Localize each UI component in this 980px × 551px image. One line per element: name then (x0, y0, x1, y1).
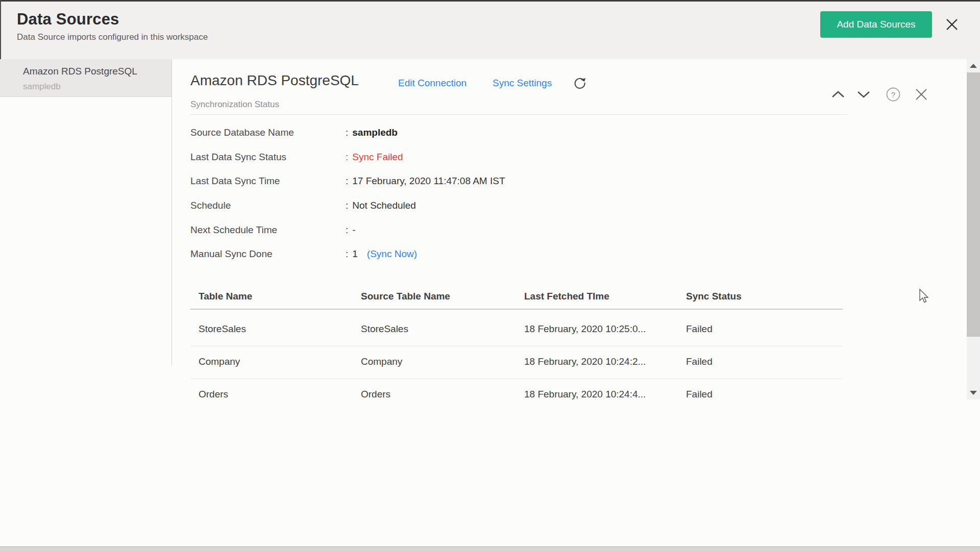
column-header-table-name: Table Name (199, 291, 252, 302)
column-header-source-table-name: Source Table Name (361, 291, 450, 302)
column-header-sync-status: Sync Status (686, 291, 742, 302)
scrollbar-track[interactable] (967, 59, 980, 399)
scrollbar-down-button[interactable] (967, 386, 980, 399)
cell-table-name: Orders (199, 389, 228, 400)
page-subtitle: Data Source imports configured in this w… (17, 32, 208, 42)
sidebar-item-title: Amazon RDS PostgreSQL (23, 66, 137, 77)
chevron-down-icon[interactable] (856, 90, 871, 101)
add-data-sources-button[interactable]: Add Data Sources (820, 11, 932, 38)
table-row: Company Company 18 February, 2020 10:24:… (190, 356, 843, 371)
field-value: - (352, 224, 355, 235)
close-icon[interactable] (944, 16, 960, 33)
field-source-database-name: Source Database Name :sampledb (190, 127, 752, 142)
field-label: Last Data Sync Status (190, 152, 286, 163)
cell-last-fetched-time: 18 February, 2020 10:24:2... (524, 356, 646, 367)
field-value: 1 (352, 248, 358, 259)
cell-source-table-name: Orders (361, 389, 390, 400)
table-row: StoreSales StoreSales 18 February, 2020 … (190, 323, 843, 339)
edit-connection-link[interactable]: Edit Connection (398, 78, 467, 89)
sidebar-item-amazon-rds-postgresql[interactable]: Amazon RDS PostgreSQL sampledb (0, 59, 172, 97)
field-label: Next Schedule Time (190, 224, 277, 236)
help-icon[interactable]: ? (886, 87, 901, 104)
table-header-divider (190, 309, 843, 310)
sync-settings-link[interactable]: Sync Settings (493, 78, 552, 89)
page-title: Data Sources (17, 10, 119, 29)
table-row: Orders Orders 18 February, 2020 10:24:4.… (190, 389, 843, 404)
sync-status-value: Sync Failed (352, 152, 403, 162)
chevron-up-icon[interactable] (831, 90, 845, 101)
mouse-cursor-icon (917, 289, 930, 306)
field-next-schedule-time: Next Schedule Time :- (190, 224, 752, 240)
cell-last-fetched-time: 18 February, 2020 10:25:0... (524, 323, 646, 335)
column-header-last-fetched-time: Last Fetched TIme (524, 291, 609, 302)
table-header-row: Table Name Source Table Name Last Fetche… (190, 291, 843, 306)
field-manual-sync-done: Manual Sync Done :1(Sync Now) (190, 248, 752, 264)
sync-now-link[interactable]: (Sync Now) (367, 248, 417, 259)
field-schedule: Schedule :Not Scheduled (190, 200, 752, 215)
connection-title: Amazon RDS PostgreSQL (190, 72, 359, 89)
scrollbar-up-button[interactable] (967, 59, 980, 72)
field-value: 17 February, 2020 11:47:08 AM IST (352, 176, 505, 186)
cell-sync-status: Failed (686, 323, 713, 335)
triangle-down-icon (970, 391, 977, 395)
cell-sync-status: Failed (686, 356, 713, 367)
cell-sync-status: Failed (686, 389, 713, 400)
panel-header-divider (190, 114, 847, 115)
scrollbar-thumb[interactable] (967, 72, 980, 337)
svg-text:?: ? (891, 90, 895, 99)
field-label: Schedule (190, 200, 231, 211)
dialog-header: Data Sources Data Source imports configu… (0, 2, 980, 59)
cell-table-name: Company (199, 356, 240, 367)
field-last-sync-status: Last Data Sync Status :Sync Failed (190, 152, 752, 167)
sidebar-item-subtitle: sampledb (23, 82, 61, 92)
cell-table-name: StoreSales (199, 323, 246, 335)
row-divider (190, 346, 843, 346)
cell-source-table-name: Company (361, 356, 402, 367)
field-label: Manual Sync Done (190, 248, 273, 260)
cell-last-fetched-time: 18 February, 2020 10:24:4... (524, 389, 646, 400)
sidebar-divider (172, 59, 172, 365)
triangle-up-icon (970, 64, 977, 68)
panel-close-icon[interactable] (914, 87, 929, 104)
cell-source-table-name: StoreSales (361, 323, 408, 335)
field-value: Not Scheduled (352, 200, 416, 211)
section-label: Synchronization Status (190, 99, 279, 110)
row-divider (190, 379, 843, 379)
field-label: Source Database Name (190, 127, 294, 138)
field-label: Last Data Sync Time (190, 176, 280, 187)
field-value: sampledb (352, 127, 398, 138)
window-bottom-border (0, 546, 980, 551)
window-top-border (0, 0, 980, 2)
refresh-icon[interactable] (572, 74, 588, 91)
field-last-sync-time: Last Data Sync Time :17 February, 2020 1… (190, 176, 752, 191)
data-sources-dialog: Data Sources Data Source imports configu… (0, 0, 980, 551)
